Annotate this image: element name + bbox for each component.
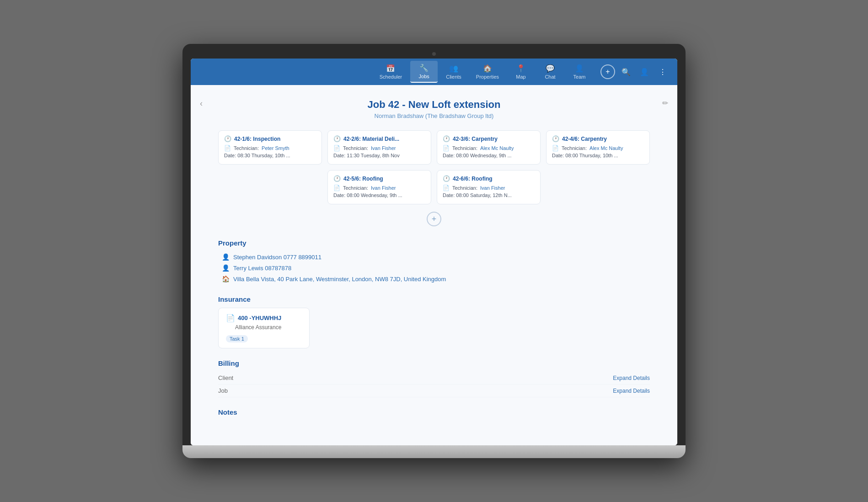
clock-icon-42-1: 🕐 [224,135,231,142]
nav-item-clients[interactable]: 👥 Clients [439,61,468,82]
task-title-42-4: 42-4/6: Carpentry [562,136,607,142]
property-section: Property 👤 Stephen Davidson 0777 8899011… [218,239,650,284]
laptop-base [182,445,686,458]
clock-icon-42-2: 🕐 [333,135,341,142]
main-content: ‹ ✏ Job 42 - New Loft extension Norman B… [191,85,677,445]
nav-label-properties: Properties [476,74,499,80]
billing-client-row: Client Expand Details [218,372,650,385]
chat-icon: 💬 [546,64,555,73]
tasks-row-2: 🕐 42-5/6: Roofing 📄 Technician: Ivan Fis… [218,170,650,204]
add-button[interactable]: + [600,64,615,79]
task-card-42-6[interactable]: 🕐 42-6/6: Roofing 📄 Technician: Ivan Fis… [437,170,541,204]
doc-icon-42-2: 📄 [333,145,340,151]
task-tech-label-42-1: Technician: [234,145,259,151]
task-tech-label-42-5: Technician: [343,185,368,191]
team-icon: 👤 [575,64,584,73]
billing-job-label: Job [218,387,228,394]
nav-item-chat[interactable]: 💬 Chat [536,61,564,82]
property-contact-2-name: Terry Lewis 08787878 [233,265,291,272]
task-date-42-4: Date: 08:00 Thursday, 10th ... [552,153,618,158]
billing-title: Billing [218,359,650,367]
task-card-42-3[interactable]: 🕐 42-3/6: Carpentry 📄 Technician: Alex M… [437,130,541,165]
property-address[interactable]: 🏠 Villa Bella Vista, 40 Park Lane, Westm… [218,273,650,284]
billing-client-expand[interactable]: Expand Details [613,375,650,381]
task-card-42-5[interactable]: 🕐 42-5/6: Roofing 📄 Technician: Ivan Fis… [327,170,431,204]
billing-section: Billing Client Expand Details Job Expand… [218,359,650,397]
house-icon: 🏠 [222,275,230,283]
task-tech-label-42-4: Technician: [562,145,587,151]
task-tech-label-42-2: Technician: [343,145,368,151]
doc-icon-42-1: 📄 [224,145,231,151]
task-title-42-2: 42-2/6: Material Deli... [343,136,399,142]
nav-label-clients: Clients [446,74,461,80]
top-navigation: 📅 Scheduler 🔧 Jobs 👥 Clients 🏠 Propertie… [191,59,677,85]
scheduler-icon: 📅 [386,64,395,73]
task-tech-42-6: Ivan Fisher [480,185,505,191]
notes-section: Notes [218,408,650,416]
job-subtitle: Norman Bradshaw (The Bradshaw Group ltd) [218,112,650,119]
nav-item-map[interactable]: 📍 Map [507,61,535,82]
property-contact-2[interactable]: 👤 Terry Lewis 08787878 [218,262,650,273]
edit-button[interactable]: ✏ [662,99,668,107]
task-date-42-3: Date: 08:00 Wednesday, 9th ... [443,153,512,158]
clock-icon-42-4: 🕐 [552,135,559,142]
user-button[interactable]: 👤 [637,64,652,79]
task-title-42-3: 42-3/6: Carpentry [453,136,498,142]
clock-icon-42-6: 🕐 [443,175,450,182]
nav-item-properties[interactable]: 🏠 Properties [470,61,505,82]
nav-item-jobs[interactable]: 🔧 Jobs [410,61,438,83]
insurance-section: Insurance 📄 400 -YHUWHHJ Alliance Assura… [218,295,650,348]
task-tech-42-3: Alex Mc Naulty [480,145,514,151]
clock-icon-42-5: 🕐 [333,175,341,182]
insurance-policy-number: 400 -YHUWHHJ [238,315,281,321]
billing-job-expand[interactable]: Expand Details [613,388,650,394]
task-date-42-2: Date: 11:30 Tuesday, 8th Nov [333,153,400,158]
billing-job-row: Job Expand Details [218,385,650,397]
property-contact-1[interactable]: 👤 Stephen Davidson 0777 8899011 [218,251,650,262]
task-date-42-6: Date: 08:00 Saturday, 12th N... [443,192,512,198]
task-tech-label-42-6: Technician: [452,185,477,191]
search-button[interactable]: 🔍 [619,64,633,79]
task-title-42-5: 42-5/6: Roofing [343,176,383,182]
jobs-icon: 🔧 [419,64,429,72]
task-title-42-1: 42-1/6: Inspection [234,136,280,142]
task-tech-42-4: Alex Mc Naulty [589,145,623,151]
task-card-42-1[interactable]: 🕐 42-1/6: Inspection 📄 Technician: Peter… [218,130,322,165]
clock-icon-42-3: 🕐 [443,135,450,142]
document-icon: 📄 [226,314,235,322]
task-card-42-2[interactable]: 🕐 42-2/6: Material Deli... 📄 Technician:… [327,130,431,165]
task-date-42-5: Date: 08:00 Wednesday, 9th ... [333,192,402,198]
task-tech-42-1: Peter Smyth [262,145,289,151]
billing-client-label: Client [218,374,233,381]
nav-label-jobs: Jobs [419,74,429,79]
task-card-42-4[interactable]: 🕐 42-4/6: Carpentry 📄 Technician: Alex M… [546,130,650,165]
nav-label-team: Team [573,74,586,80]
notes-title: Notes [218,408,650,416]
map-icon: 📍 [516,64,525,73]
insurance-card[interactable]: 📄 400 -YHUWHHJ Alliance Assurance Task 1 [218,308,310,348]
property-title: Property [218,239,650,247]
task-tech-label-42-3: Technician: [452,145,477,151]
nav-item-scheduler[interactable]: 📅 Scheduler [373,61,409,82]
task-title-42-6: 42-6/6: Roofing [453,176,493,182]
more-button[interactable]: ⋮ [655,64,670,79]
insurance-company-name: Alliance Assurance [226,324,302,331]
doc-icon-42-4: 📄 [552,145,559,151]
person-icon-1: 👤 [222,253,230,261]
person-icon-2: 👤 [222,264,230,272]
task-tech-42-2: Ivan Fisher [371,145,396,151]
back-button[interactable]: ‹ [200,99,203,108]
job-title: Job 42 - New Loft extension [218,99,650,111]
properties-icon: 🏠 [483,64,492,73]
property-address-text: Villa Bella Vista, 40 Park Lane, Westmin… [233,276,446,283]
clients-icon: 👥 [449,64,458,73]
add-task-button[interactable]: + [427,212,441,226]
tasks-row-1: 🕐 42-1/6: Inspection 📄 Technician: Peter… [218,130,650,165]
doc-icon-42-6: 📄 [443,185,450,191]
nav-item-team[interactable]: 👤 Team [566,61,593,82]
property-contact-1-name: Stephen Davidson 0777 8899011 [233,254,321,261]
nav-actions: + 🔍 👤 ⋮ [600,64,670,79]
doc-icon-42-3: 📄 [443,145,450,151]
task-tech-42-5: Ivan Fisher [371,185,396,191]
nav-label-scheduler: Scheduler [380,74,402,80]
